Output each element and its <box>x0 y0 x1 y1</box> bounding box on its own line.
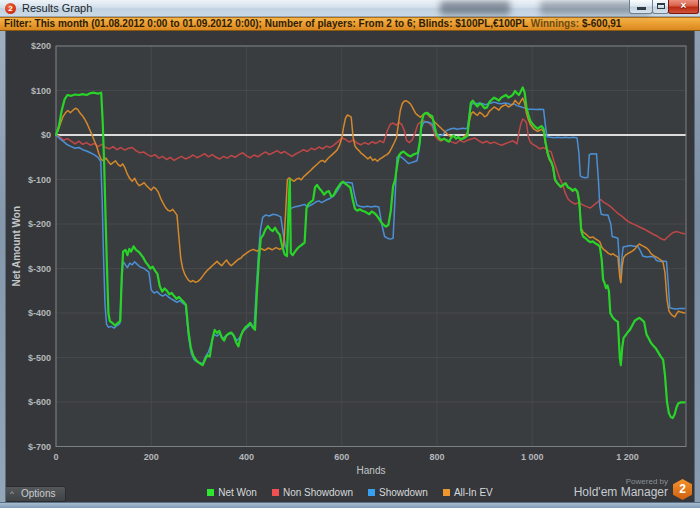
legend-label: All-In EV <box>454 487 493 498</box>
collapse-arrow-icon: ^ <box>10 487 14 501</box>
minimize-icon <box>637 7 646 10</box>
maximize-icon <box>657 3 665 9</box>
svg-text:$-700: $-700 <box>28 442 51 452</box>
winnings-value: $-600,91 <box>582 18 621 29</box>
legend-item-showdown: Showdown <box>368 487 428 498</box>
filter-bar: Filter: This month (01.08.2012 0:00 to 0… <box>0 17 700 31</box>
title-bar[interactable]: 2 Results Graph <box>0 0 700 17</box>
svg-text:$-500: $-500 <box>28 353 51 363</box>
svg-text:Net Amount Won: Net Amount Won <box>11 206 22 287</box>
brand-name: Hold'em Manager <box>574 486 668 499</box>
close-button[interactable]: × <box>668 0 699 14</box>
results-chart-region: $200$100$0$-100$-200$-300$-400$-500$-600… <box>0 31 700 502</box>
svg-text:Hands: Hands <box>357 465 386 476</box>
titlebar-glass-reflection <box>440 1 510 15</box>
minimize-button[interactable] <box>629 0 653 14</box>
svg-text:$-100: $-100 <box>28 175 51 185</box>
results-graph-plot: $200$100$0$-100$-200$-300$-400$-500$-600… <box>0 31 700 478</box>
svg-text:$100: $100 <box>31 86 51 96</box>
window-frame-bottom <box>0 502 700 508</box>
svg-text:800: 800 <box>429 452 444 462</box>
window-controls: × <box>630 0 699 14</box>
legend-item-net-won: Net Won <box>207 487 257 498</box>
svg-text:1 000: 1 000 <box>521 452 544 462</box>
svg-text:600: 600 <box>334 452 349 462</box>
showdown-swatch-icon <box>368 489 375 496</box>
svg-text:0: 0 <box>53 452 58 462</box>
legend-label: Showdown <box>379 487 428 498</box>
window-frame-right <box>694 31 700 502</box>
legend-label: Net Won <box>218 487 257 498</box>
svg-text:$-400: $-400 <box>28 308 51 318</box>
svg-text:$-200: $-200 <box>28 219 51 229</box>
window-frame-left <box>0 31 6 502</box>
legend-label: Non Showdown <box>283 487 353 498</box>
filter-text: Filter: This month (01.08.2012 0:00 to 0… <box>4 18 528 29</box>
net-won-swatch-icon <box>207 489 214 496</box>
app-icon: 2 <box>5 3 16 14</box>
svg-text:400: 400 <box>239 452 254 462</box>
non-showdown-swatch-icon <box>272 489 279 496</box>
svg-text:$-300: $-300 <box>28 264 51 274</box>
options-button[interactable]: ^ Options <box>4 486 66 502</box>
maximize-button[interactable] <box>652 0 669 14</box>
svg-text:$200: $200 <box>31 41 51 51</box>
svg-text:200: 200 <box>144 452 159 462</box>
winnings-label: Winnings: <box>528 18 582 29</box>
options-label: Options <box>21 488 55 499</box>
svg-text:$-600: $-600 <box>28 397 51 407</box>
close-icon: × <box>681 0 687 11</box>
powered-by-block: Powered by Hold'em Manager <box>574 477 668 499</box>
window-title: Results Graph <box>22 2 92 14</box>
legend-item-non-showdown: Non Showdown <box>272 487 353 498</box>
svg-text:$0: $0 <box>41 130 51 140</box>
svg-text:1 200: 1 200 <box>616 452 639 462</box>
all-in-ev-swatch-icon <box>443 489 450 496</box>
legend-item-all-in-ev: All-In EV <box>443 487 493 498</box>
